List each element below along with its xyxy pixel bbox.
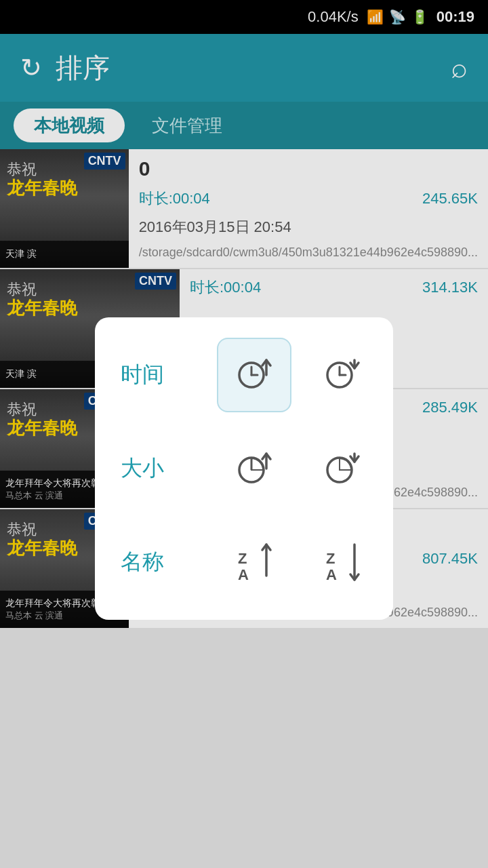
svg-text:Z: Z bbox=[238, 550, 247, 567]
name-desc-icon: Z A bbox=[321, 540, 364, 584]
sort-size-desc-button[interactable] bbox=[305, 431, 380, 506]
sort-name-asc-button[interactable]: Z A bbox=[217, 525, 291, 599]
sort-row-name: 名称 Z A Z A bbox=[108, 525, 380, 599]
sort-label-time: 时间 bbox=[108, 360, 176, 390]
svg-text:Z: Z bbox=[326, 550, 335, 567]
sort-size-asc-button[interactable] bbox=[217, 431, 291, 506]
sort-name-desc-button[interactable]: Z A bbox=[305, 525, 380, 599]
sort-row-size: 大小 bbox=[108, 431, 380, 506]
svg-text:A: A bbox=[238, 566, 249, 583]
sort-options-name: Z A Z A bbox=[217, 525, 380, 599]
sort-time-asc-button[interactable] bbox=[217, 338, 291, 412]
sort-row-time: 时间 bbox=[108, 338, 380, 412]
svg-text:A: A bbox=[326, 566, 337, 583]
sort-options-time bbox=[217, 338, 380, 412]
sort-label-size: 大小 bbox=[108, 454, 176, 484]
time-asc-icon bbox=[232, 353, 276, 397]
sort-dialog: 时间 bbox=[95, 317, 393, 620]
time-desc-icon bbox=[321, 353, 364, 397]
sort-time-desc-button[interactable] bbox=[305, 338, 380, 412]
size-desc-icon bbox=[321, 447, 364, 490]
name-asc-icon: Z A bbox=[232, 540, 276, 584]
sort-options-size bbox=[217, 431, 380, 506]
size-asc-icon bbox=[232, 447, 276, 490]
sort-label-name: 名称 bbox=[108, 547, 176, 577]
